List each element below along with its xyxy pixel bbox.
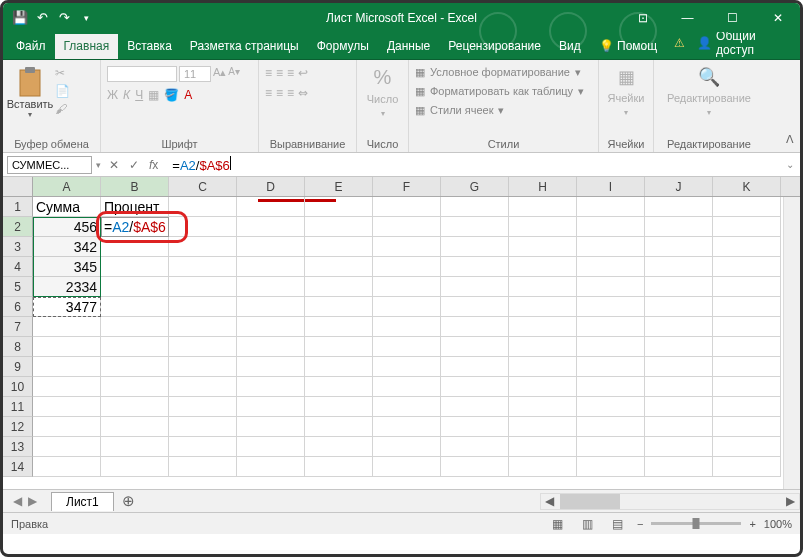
cell[interactable] bbox=[441, 457, 509, 477]
cell[interactable] bbox=[305, 457, 373, 477]
scroll-right-icon[interactable]: ▶ bbox=[782, 494, 799, 508]
cell[interactable] bbox=[169, 217, 237, 237]
row-header[interactable]: 1 bbox=[3, 197, 33, 217]
cell[interactable] bbox=[237, 237, 305, 257]
align-right-icon[interactable]: ≡ bbox=[287, 86, 294, 100]
cell[interactable] bbox=[577, 257, 645, 277]
align-bottom-icon[interactable]: ≡ bbox=[287, 66, 294, 80]
cell[interactable] bbox=[713, 397, 781, 417]
cell[interactable] bbox=[373, 457, 441, 477]
cell[interactable] bbox=[101, 257, 169, 277]
row-header[interactable]: 14 bbox=[3, 457, 33, 477]
italic-icon[interactable]: К bbox=[123, 88, 130, 102]
cell[interactable] bbox=[101, 397, 169, 417]
ribbon-display-icon[interactable]: ⊡ bbox=[620, 3, 665, 32]
cell[interactable] bbox=[101, 357, 169, 377]
cell[interactable] bbox=[713, 357, 781, 377]
cell[interactable] bbox=[237, 357, 305, 377]
cell[interactable] bbox=[713, 457, 781, 477]
cell[interactable] bbox=[645, 277, 713, 297]
cell[interactable] bbox=[713, 257, 781, 277]
cell[interactable] bbox=[169, 277, 237, 297]
scroll-thumb[interactable] bbox=[560, 494, 620, 509]
cell[interactable] bbox=[373, 357, 441, 377]
cell[interactable] bbox=[577, 217, 645, 237]
cell[interactable] bbox=[373, 197, 441, 217]
cell[interactable] bbox=[237, 437, 305, 457]
decrease-font-icon[interactable]: A▾ bbox=[228, 66, 240, 82]
cut-icon[interactable]: ✂ bbox=[55, 66, 70, 80]
paste-button[interactable]: Вставить ▾ bbox=[9, 66, 51, 119]
cell[interactable] bbox=[33, 437, 101, 457]
align-top-icon[interactable]: ≡ bbox=[265, 66, 272, 80]
row-header[interactable]: 3 bbox=[3, 237, 33, 257]
cell[interactable] bbox=[305, 237, 373, 257]
cell[interactable] bbox=[577, 317, 645, 337]
cell[interactable] bbox=[509, 277, 577, 297]
align-center-icon[interactable]: ≡ bbox=[276, 86, 283, 100]
cell[interactable] bbox=[373, 317, 441, 337]
redo-icon[interactable]: ↷ bbox=[55, 9, 73, 27]
cell[interactable] bbox=[237, 217, 305, 237]
close-icon[interactable]: ✕ bbox=[755, 3, 800, 32]
cell[interactable] bbox=[577, 357, 645, 377]
vertical-scrollbar[interactable] bbox=[783, 197, 800, 489]
cell[interactable] bbox=[509, 257, 577, 277]
tab-next-icon[interactable]: ▶ bbox=[28, 494, 37, 508]
cancel-formula-icon[interactable]: ✕ bbox=[109, 158, 119, 172]
save-icon[interactable]: 💾 bbox=[11, 9, 29, 27]
cell[interactable] bbox=[509, 297, 577, 317]
find-icon[interactable]: 🔍 bbox=[698, 66, 720, 88]
col-header-b[interactable]: B bbox=[101, 177, 169, 196]
merge-icon[interactable]: ⇔ bbox=[298, 86, 308, 100]
cell[interactable] bbox=[713, 237, 781, 257]
cell[interactable] bbox=[169, 437, 237, 457]
cell[interactable] bbox=[305, 317, 373, 337]
col-header-e[interactable]: E bbox=[305, 177, 373, 196]
col-header-a[interactable]: A bbox=[33, 177, 101, 196]
cell[interactable] bbox=[101, 457, 169, 477]
cell[interactable] bbox=[441, 257, 509, 277]
cell[interactable] bbox=[373, 397, 441, 417]
bold-icon[interactable]: Ж bbox=[107, 88, 118, 102]
name-box[interactable] bbox=[7, 156, 92, 174]
cell[interactable] bbox=[305, 217, 373, 237]
wrap-text-icon[interactable]: ↩ bbox=[298, 66, 308, 80]
align-middle-icon[interactable]: ≡ bbox=[276, 66, 283, 80]
cell[interactable] bbox=[237, 197, 305, 217]
col-header-k[interactable]: K bbox=[713, 177, 781, 196]
cell[interactable] bbox=[237, 377, 305, 397]
cell[interactable] bbox=[509, 357, 577, 377]
cell[interactable] bbox=[645, 437, 713, 457]
cell[interactable] bbox=[373, 437, 441, 457]
format-painter-icon[interactable]: 🖌 bbox=[55, 102, 70, 116]
cell[interactable] bbox=[169, 197, 237, 217]
maximize-icon[interactable]: ☐ bbox=[710, 3, 755, 32]
new-sheet-icon[interactable]: ⊕ bbox=[114, 492, 143, 510]
cell[interactable] bbox=[169, 237, 237, 257]
cell-a4[interactable]: 345 bbox=[33, 257, 101, 277]
cell-styles-button[interactable]: ▦Стили ячеек ▾ bbox=[415, 101, 592, 120]
col-header-c[interactable]: C bbox=[169, 177, 237, 196]
sheet-tab-1[interactable]: Лист1 bbox=[51, 492, 114, 511]
cell[interactable] bbox=[169, 397, 237, 417]
page-layout-view-icon[interactable]: ▥ bbox=[577, 515, 599, 533]
cell[interactable] bbox=[33, 417, 101, 437]
cell[interactable] bbox=[441, 277, 509, 297]
cell[interactable] bbox=[441, 317, 509, 337]
row-header[interactable]: 6 bbox=[3, 297, 33, 317]
cell[interactable] bbox=[509, 237, 577, 257]
percent-icon[interactable]: % bbox=[374, 66, 392, 89]
cell-a1[interactable]: Сумма bbox=[33, 197, 101, 217]
cell[interactable] bbox=[441, 437, 509, 457]
cell[interactable] bbox=[305, 397, 373, 417]
col-header-f[interactable]: F bbox=[373, 177, 441, 196]
cell[interactable] bbox=[645, 237, 713, 257]
cell[interactable] bbox=[101, 277, 169, 297]
cell[interactable] bbox=[441, 397, 509, 417]
row-header[interactable]: 8 bbox=[3, 337, 33, 357]
tab-prev-icon[interactable]: ◀ bbox=[13, 494, 22, 508]
qat-dropdown-icon[interactable]: ▾ bbox=[77, 9, 95, 27]
cell-a3[interactable]: 342 bbox=[33, 237, 101, 257]
cell[interactable] bbox=[577, 297, 645, 317]
